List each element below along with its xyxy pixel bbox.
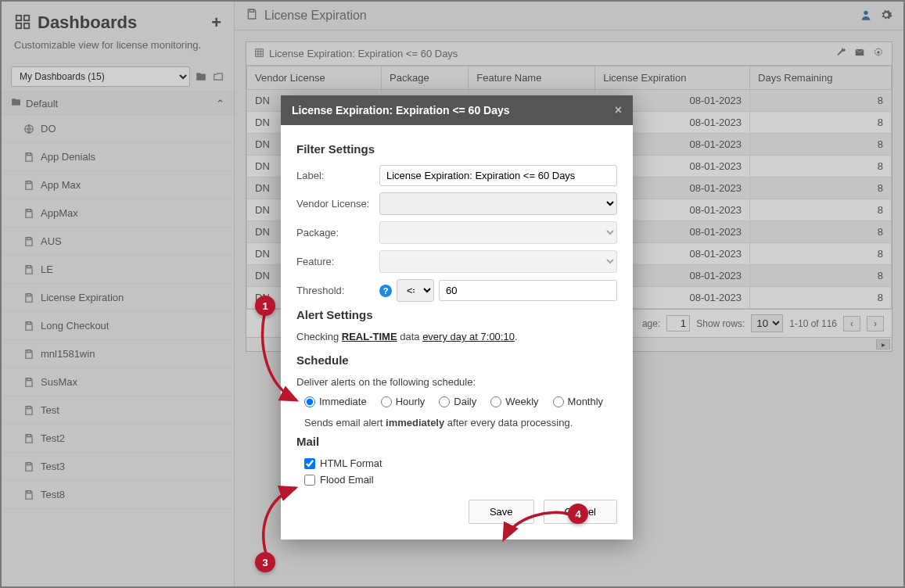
label-label: Label: — [296, 170, 375, 181]
schedule-heading: Schedule — [296, 353, 617, 367]
threshold-op-select[interactable]: <= — [397, 279, 434, 302]
close-icon[interactable]: × — [615, 103, 622, 117]
vendor-select[interactable] — [379, 192, 617, 215]
radio-input[interactable] — [490, 396, 501, 407]
html-format-label: HTML Format — [320, 457, 382, 469]
flood-email-checkbox[interactable] — [304, 475, 315, 486]
package-label: Package: — [296, 227, 375, 238]
save-button[interactable]: Save — [469, 500, 534, 524]
radio-input[interactable] — [439, 396, 450, 407]
callout-3: 3 — [255, 552, 275, 572]
package-select[interactable] — [379, 221, 617, 244]
schedule-radio-immediate[interactable]: Immediate — [304, 396, 367, 407]
threshold-label: Threshold: — [296, 285, 375, 296]
schedule-radio-group: ImmediateHourlyDailyWeeklyMonthly — [304, 396, 617, 407]
flood-email-label: Flood Email — [320, 474, 374, 486]
schedule-radio-weekly[interactable]: Weekly — [490, 396, 538, 407]
radio-input[interactable] — [381, 396, 392, 407]
schedule-subtext: Deliver alerts on the following schedule… — [296, 376, 617, 388]
callout-1: 1 — [255, 296, 275, 316]
schedule-radio-daily[interactable]: Daily — [439, 396, 476, 407]
threshold-input[interactable] — [439, 280, 617, 301]
modal-title: License Expiration: Expiration <= 60 Day… — [292, 104, 510, 117]
schedule-description: Sends email alert immediately after ever… — [304, 417, 617, 428]
help-icon[interactable]: ? — [379, 285, 392, 297]
feature-label: Feature: — [296, 256, 375, 267]
label-input[interactable] — [379, 165, 617, 186]
html-format-checkbox[interactable] — [304, 458, 315, 469]
alert-check-text: Checking REAL-TIME data every day at 7:0… — [296, 331, 617, 342]
schedule-radio-monthly[interactable]: Monthly — [553, 396, 604, 407]
filter-modal: License Expiration: Expiration <= 60 Day… — [281, 95, 633, 540]
feature-select[interactable] — [379, 250, 617, 273]
radio-input[interactable] — [304, 396, 315, 407]
filter-settings-heading: Filter Settings — [296, 142, 617, 156]
radio-input[interactable] — [553, 396, 564, 407]
schedule-radio-hourly[interactable]: Hourly — [381, 396, 426, 407]
callout-4: 4 — [568, 504, 588, 524]
mail-heading: Mail — [296, 435, 617, 448]
vendor-label: Vendor License: — [296, 198, 375, 210]
alert-settings-heading: Alert Settings — [296, 308, 617, 321]
